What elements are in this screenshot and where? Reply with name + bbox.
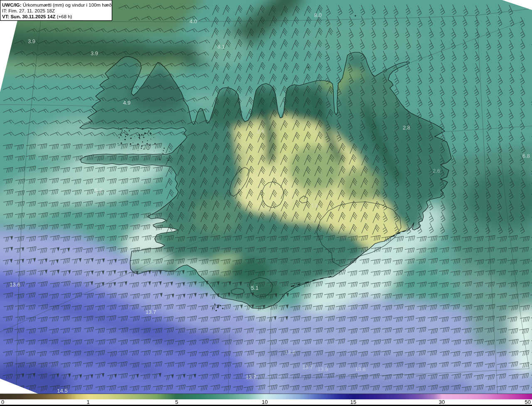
svg-text:8.0: 8.0 [314, 12, 322, 18]
svg-text:4.0: 4.0 [190, 18, 197, 24]
svg-text:1: 1 [86, 399, 89, 405]
svg-text:8.1: 8.1 [217, 44, 225, 50]
svg-text:1.8: 1.8 [311, 203, 318, 209]
svg-text:14.5: 14.5 [57, 388, 67, 394]
svg-text:IT: Fim. 27. 11. 2025 18Z: IT: Fim. 27. 11. 2025 18Z [2, 8, 55, 13]
svg-text:30: 30 [439, 399, 445, 405]
svg-text:15: 15 [350, 399, 356, 405]
svg-text:13.6: 13.6 [285, 349, 295, 355]
svg-text:13.7: 13.7 [246, 374, 256, 380]
svg-text:6.8: 6.8 [522, 153, 530, 159]
svg-text:VT: Sun. 30.11.2025 14Z (+68 h: VT: Sun. 30.11.2025 14Z (+68 h) [2, 14, 72, 19]
svg-text:13.7: 13.7 [302, 364, 313, 370]
svg-text:5: 5 [175, 399, 178, 405]
svg-text:10: 10 [262, 399, 268, 405]
svg-text:UWC/IG: Úrkomumætti (mm) og vi: UWC/IG: Úrkomumætti (mm) og vindur i 100… [2, 2, 111, 7]
svg-text:4.9: 4.9 [123, 100, 131, 106]
svg-text:2.6: 2.6 [257, 128, 264, 135]
svg-text:0: 0 [1, 399, 4, 405]
svg-text:3.9: 3.9 [28, 38, 35, 44]
svg-text:13.8: 13.8 [355, 366, 365, 372]
svg-text:13.7: 13.7 [145, 309, 156, 315]
svg-text:5.2: 5.2 [95, 187, 102, 193]
svg-text:5.1: 5.1 [251, 285, 259, 291]
svg-text:13.6: 13.6 [10, 281, 20, 288]
svg-text:2.8: 2.8 [403, 125, 410, 131]
svg-text:50: 50 [525, 399, 531, 405]
svg-text:3.9: 3.9 [91, 50, 98, 56]
svg-text:2.6: 2.6 [433, 168, 440, 174]
svg-text:13.8: 13.8 [318, 366, 328, 372]
